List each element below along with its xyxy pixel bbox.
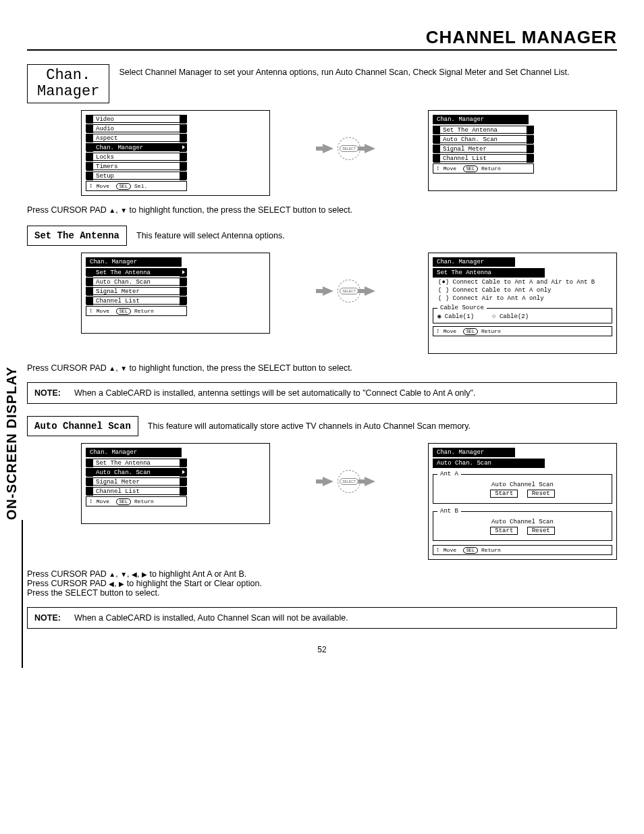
note-text: When a CableCARD is installed, antenna s… bbox=[74, 388, 476, 398]
note-label: NOTE: bbox=[34, 613, 61, 623]
menu-item[interactable]: Setup bbox=[86, 172, 187, 180]
antenna-radio-option[interactable]: (●) Connect Cable to Ant A and Air to An… bbox=[438, 279, 612, 286]
start-button-b[interactable]: Start bbox=[490, 527, 518, 535]
menu-item-label: Channel List bbox=[443, 155, 487, 162]
antenna-radio-option[interactable]: ( ) Connect Air to Ant A only bbox=[438, 295, 612, 302]
menu-item[interactable]: Set The Antenna bbox=[86, 268, 187, 276]
cable1-option[interactable]: ◉ Cable(1) bbox=[437, 313, 474, 320]
menu-item-label: Audio bbox=[96, 126, 114, 132]
menu-item[interactable]: Signal Meter bbox=[86, 287, 187, 295]
menu-item-label: Aspect bbox=[96, 135, 117, 142]
page-number: 52 bbox=[27, 645, 617, 654]
scan-label-b: Auto Channel Scan bbox=[437, 519, 608, 525]
ant-a-legend: Ant A bbox=[437, 471, 461, 477]
osd-chan-menu-3: Chan. Manager Set The AntennaAuto Chan. … bbox=[81, 443, 270, 524]
page-title: CHANNEL MANAGER bbox=[27, 27, 617, 51]
menu-item[interactable]: Auto Chan. Scan bbox=[433, 135, 534, 143]
detail-footer: ↕ Move SEL Return bbox=[433, 326, 612, 336]
menu-item[interactable]: Channel List bbox=[433, 154, 534, 162]
main-menu-footer: ↕ Move SEL Sel. bbox=[86, 181, 187, 191]
menu-header: Chan. Manager bbox=[433, 257, 520, 267]
instruction-1: Press CURSOR PAD ▲, ▼ to highlight funct… bbox=[27, 205, 617, 215]
cable2-option[interactable]: ○ Cable(2) bbox=[492, 313, 529, 320]
set-antenna-desc: This feature will select Antenna options… bbox=[136, 231, 285, 240]
intro-text: Select Channel Manager to set your Anten… bbox=[119, 64, 569, 79]
menu-item[interactable]: Locks bbox=[86, 153, 187, 161]
menu-item[interactable]: Signal Meter bbox=[433, 145, 534, 153]
menu-item-label: Chan. Manager bbox=[96, 145, 143, 151]
menu-item-label: Setup bbox=[96, 173, 114, 180]
menu-item-label: Video bbox=[96, 116, 114, 123]
menu-item[interactable]: Aspect bbox=[86, 134, 187, 142]
menu-item-label: Channel List bbox=[96, 298, 140, 305]
arrow-select-3: SELECT bbox=[302, 443, 396, 493]
menu-item[interactable]: Set The Antenna bbox=[433, 126, 534, 134]
osd-chan-menu-2: Chan. Manager Set The AntennaAuto Chan. … bbox=[81, 253, 270, 334]
chan-menu-footer: ↕ Move SEL Return bbox=[86, 306, 187, 316]
arrow-right-icon bbox=[323, 477, 333, 486]
note-label: NOTE: bbox=[34, 388, 61, 398]
scan-label-a: Auto Channel Scan bbox=[437, 481, 608, 488]
ant-a-fieldset: Ant A Auto Channel Scan Start Reset bbox=[433, 471, 612, 504]
note-text: When a CableCARD is installed, Auto Chan… bbox=[74, 613, 348, 623]
menu-item-label: Timers bbox=[96, 163, 117, 170]
chan-menu-footer: ↕ Move SEL Return bbox=[86, 496, 187, 506]
arrow-select-1: SELECT bbox=[302, 110, 396, 160]
arrow-right-icon bbox=[323, 144, 333, 153]
note-2: NOTE: When a CableCARD is installed, Aut… bbox=[27, 607, 617, 629]
cable-source-legend: Cable Source bbox=[437, 305, 487, 311]
select-button-icon: SELECT bbox=[338, 470, 360, 493]
menu-item[interactable]: Timers bbox=[86, 162, 187, 170]
select-button-icon: SELECT bbox=[338, 137, 360, 160]
menu-item-label: Set The Antenna bbox=[96, 269, 151, 276]
note-1: NOTE: When a CableCARD is installed, ant… bbox=[27, 382, 617, 404]
arrow-select-2: SELECT bbox=[302, 253, 396, 303]
antenna-radio-option[interactable]: ( ) Connect Cable to Ant A only bbox=[438, 287, 612, 294]
reset-button-a[interactable]: Reset bbox=[527, 490, 555, 498]
ant-b-legend: Ant B bbox=[437, 508, 461, 515]
osd-auto-scan-detail: Chan. Manager Auto Chan. Scan Ant A Auto… bbox=[428, 443, 617, 560]
selected-item-bar: Auto Chan. Scan bbox=[433, 459, 547, 468]
menu-item[interactable]: Video bbox=[86, 115, 187, 123]
cable-source-fieldset: Cable Source ◉ Cable(1) ○ Cable(2) bbox=[433, 305, 612, 323]
arrow-right-icon bbox=[365, 477, 375, 486]
menu-item-label: Auto Chan. Scan bbox=[96, 469, 151, 476]
menu-header: Chan. Manager bbox=[433, 448, 520, 457]
osd-set-antenna-detail: Chan. Manager Set The Antenna (●) Connec… bbox=[428, 253, 617, 354]
detail-footer: ↕ Move SEL Return bbox=[433, 545, 612, 555]
arrow-right-icon bbox=[365, 286, 375, 296]
set-antenna-label: Set The Antenna bbox=[27, 226, 127, 246]
menu-item-label: Signal Meter bbox=[96, 288, 140, 295]
osd-main-menu: VideoAudioAspectChan. ManagerLocksTimers… bbox=[81, 110, 270, 196]
menu-item[interactable]: Set The Antenna bbox=[86, 459, 187, 467]
menu-item-label: Set The Antenna bbox=[96, 460, 151, 467]
menu-item-label: Locks bbox=[96, 154, 114, 161]
selected-item-bar: Set The Antenna bbox=[433, 268, 547, 278]
arrow-right-icon bbox=[365, 144, 375, 153]
ant-b-fieldset: Ant B Auto Channel Scan Start Reset bbox=[433, 508, 612, 541]
chan-manager-box: Chan. Manager bbox=[27, 64, 109, 103]
chan-line1: Chan. bbox=[37, 68, 99, 84]
menu-header: Chan. Manager bbox=[86, 448, 187, 457]
menu-item[interactable]: Channel List bbox=[86, 296, 187, 305]
instruction-3: Press CURSOR PAD ▲, ▼, ◀, ▶ to highlight… bbox=[27, 569, 617, 598]
menu-header: Chan. Manager bbox=[86, 257, 187, 267]
menu-item-label: Signal Meter bbox=[96, 479, 140, 486]
menu-item[interactable]: Signal Meter bbox=[86, 477, 187, 486]
menu-item[interactable]: Auto Chan. Scan bbox=[86, 278, 187, 286]
menu-item[interactable]: Channel List bbox=[86, 487, 187, 495]
menu-header: Chan. Manager bbox=[433, 115, 534, 124]
menu-item-label: Auto Chan. Scan bbox=[96, 279, 151, 286]
menu-item[interactable]: Auto Chan. Scan bbox=[86, 468, 187, 476]
start-button-a[interactable]: Start bbox=[490, 490, 518, 498]
reset-button-b[interactable]: Reset bbox=[527, 527, 555, 535]
instruction-2: Press CURSOR PAD ▲, ▼ to highlight funct… bbox=[27, 363, 617, 373]
menu-item-label: Auto Chan. Scan bbox=[443, 136, 498, 143]
chan-line2: Manager bbox=[37, 84, 99, 100]
menu-item-label: Channel List bbox=[96, 488, 140, 495]
osd-chan-menu-1: Chan. Manager Set The AntennaAuto Chan. … bbox=[428, 110, 617, 191]
menu-item[interactable]: Audio bbox=[86, 124, 187, 132]
menu-item-label: Set The Antenna bbox=[443, 127, 498, 134]
auto-scan-desc: This feature will automatically store ac… bbox=[148, 421, 471, 431]
menu-item[interactable]: Chan. Manager bbox=[86, 143, 187, 151]
